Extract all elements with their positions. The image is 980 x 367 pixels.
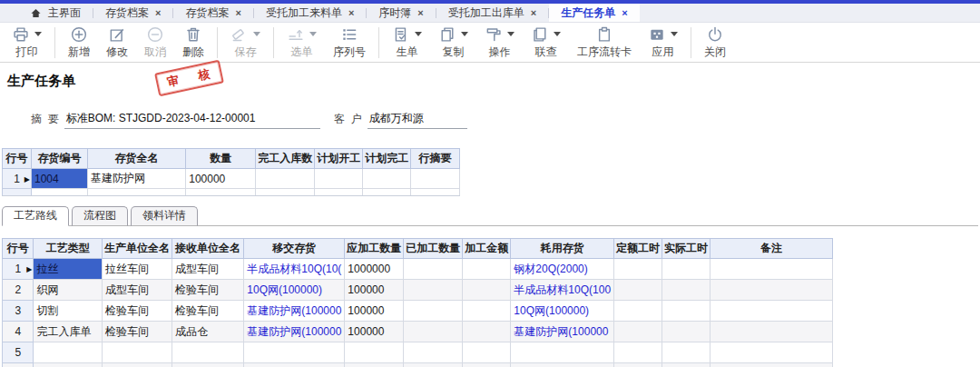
column-header[interactable]: 应加工数量	[345, 239, 404, 259]
dropdown-caret-icon[interactable]	[461, 32, 468, 36]
grid-cell[interactable]: 1000000	[345, 259, 404, 280]
grid-cell[interactable]: 检验车间	[102, 301, 172, 322]
dropdown-caret-icon[interactable]	[415, 32, 422, 36]
grid-cell[interactable]: 10Q网(100000)	[511, 301, 614, 322]
column-header[interactable]: 备注	[710, 239, 833, 259]
close-button[interactable]: 关闭	[696, 25, 734, 60]
grid-cell[interactable]	[463, 280, 511, 301]
row-number-cell[interactable]: 5	[3, 342, 34, 363]
column-header[interactable]: 存货编号	[31, 149, 87, 169]
grid-cell[interactable]: 检验车间	[172, 301, 243, 322]
grid-cell[interactable]	[614, 322, 662, 342]
grid-cell[interactable]	[172, 363, 243, 367]
grid-cell[interactable]	[662, 259, 710, 280]
apply-button[interactable]: 应用	[640, 25, 686, 60]
column-header[interactable]: 已加工数量	[404, 239, 463, 259]
row-number-cell[interactable]: 2	[3, 280, 34, 301]
grid-cell[interactable]	[710, 259, 833, 280]
grid-cell[interactable]	[404, 259, 463, 280]
column-header[interactable]: 耗用存货	[511, 239, 614, 259]
grid-cell[interactable]: 100000	[186, 169, 256, 189]
tab-process-route[interactable]: 工艺路线	[2, 206, 69, 226]
grid-cell[interactable]: 检验车间	[102, 322, 172, 342]
grid-cell[interactable]: 钢材20Q(2000)	[511, 259, 614, 280]
grid-cell[interactable]: 100000	[345, 322, 404, 342]
grid-cell[interactable]	[411, 189, 460, 197]
column-header[interactable]: 计划完工	[363, 149, 411, 169]
column-header[interactable]: 完工入库数	[256, 149, 315, 169]
grid-cell[interactable]	[363, 169, 411, 189]
grid-cell[interactable]: 基建防护网	[87, 169, 185, 189]
grid-cell[interactable]	[662, 322, 710, 342]
tab-material-detail[interactable]: 领料详情	[131, 206, 198, 226]
grid-cell[interactable]: 半成品材料10Q(100	[511, 280, 614, 301]
column-header[interactable]: 计划开工	[315, 149, 363, 169]
column-header[interactable]: 定额工时	[614, 239, 662, 259]
column-header[interactable]: 行号	[3, 239, 34, 259]
close-icon[interactable]: ×	[417, 8, 423, 18]
grid-cell[interactable]	[363, 189, 411, 197]
grid-cell[interactable]	[463, 301, 511, 322]
delete-button[interactable]: 删除	[174, 25, 212, 60]
close-icon[interactable]: ×	[235, 8, 240, 18]
modify-button[interactable]: 修改	[98, 25, 136, 60]
row-number-cell[interactable]: 3	[3, 301, 34, 322]
dropdown-caret-icon[interactable]	[34, 32, 42, 36]
grid-cell[interactable]	[710, 322, 833, 342]
print-button[interactable]: 打印	[4, 25, 50, 60]
grid-cell[interactable]	[662, 363, 710, 367]
copy-button[interactable]: 复制	[430, 25, 476, 60]
grid-cell[interactable]	[710, 363, 833, 367]
grid-cell[interactable]: 切割	[34, 301, 102, 322]
grid-cell[interactable]	[34, 363, 102, 367]
grid-cell[interactable]	[662, 301, 710, 322]
grid-cell[interactable]	[34, 342, 102, 363]
grid-cell[interactable]: 基建防护网(100000	[244, 301, 345, 322]
grid-cell[interactable]	[345, 342, 404, 363]
close-icon[interactable]: ×	[155, 8, 161, 18]
grid-cell[interactable]	[463, 322, 511, 342]
link-query-button[interactable]: 联查	[523, 25, 569, 60]
grid-cell[interactable]	[172, 342, 243, 363]
grid-cell[interactable]	[511, 342, 614, 363]
save-button[interactable]: 保存	[222, 25, 269, 60]
create-doc-button[interactable]: 生单	[384, 25, 430, 60]
grid-cell[interactable]: 完工入库单	[34, 322, 102, 342]
grid-cell[interactable]: 100000	[345, 301, 404, 322]
tab-item[interactable]: 存货档案×	[173, 4, 252, 22]
grid-cell[interactable]	[404, 322, 463, 342]
grid-cell[interactable]	[511, 363, 614, 367]
dropdown-caret-icon[interactable]	[309, 32, 317, 36]
grid-cell[interactable]	[463, 259, 511, 280]
grid-cell[interactable]	[404, 342, 463, 363]
customer-value-input[interactable]: 成都万和源	[368, 111, 467, 129]
close-icon[interactable]: ×	[531, 8, 536, 18]
dropdown-caret-icon[interactable]	[253, 32, 260, 36]
row-number-cell[interactable]	[3, 189, 32, 197]
grid-cell[interactable]	[404, 363, 463, 367]
grid-cell[interactable]	[404, 301, 463, 322]
tab-flow-chart[interactable]: 流程图	[72, 206, 128, 226]
grid-cell[interactable]	[244, 342, 345, 363]
grid-cell[interactable]: 基建防护网(100000	[511, 322, 614, 342]
grid-cell[interactable]: 织网	[34, 280, 102, 301]
row-number-cell[interactable]: 1▶	[3, 259, 34, 280]
grid-cell[interactable]: 检验车间	[172, 280, 243, 301]
grid-cell[interactable]	[662, 342, 710, 363]
grid-cell[interactable]: 成型车间	[172, 259, 243, 280]
grid-cell[interactable]: 成型车间	[102, 280, 172, 301]
row-number-cell[interactable]: 1▶	[3, 169, 32, 189]
column-header[interactable]: 行号	[3, 149, 32, 169]
grid-cell[interactable]	[315, 189, 363, 197]
grid-cell[interactable]	[614, 363, 662, 367]
grid-cell[interactable]	[244, 363, 345, 367]
grid-cell[interactable]	[404, 280, 463, 301]
grid-cell[interactable]	[102, 342, 172, 363]
grid-cell[interactable]	[186, 189, 256, 197]
grid-cell[interactable]	[463, 363, 511, 367]
grid-cell[interactable]: 成品仓	[172, 322, 243, 342]
grid-cell[interactable]	[662, 280, 710, 301]
tab-home[interactable]: 主界面	[18, 4, 93, 22]
grid-cell[interactable]	[710, 301, 833, 322]
dropdown-caret-icon[interactable]	[554, 32, 561, 36]
